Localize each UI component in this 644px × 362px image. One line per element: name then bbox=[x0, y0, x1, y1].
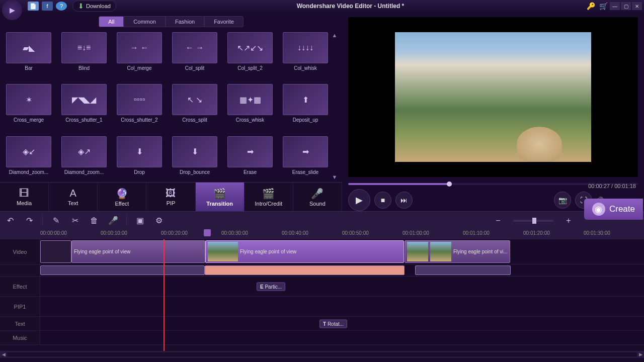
transition-thumbnail: ▫▫▫▫ bbox=[117, 84, 162, 115]
filter-tab-common[interactable]: Common bbox=[124, 16, 166, 27]
track-label-effect: Effect bbox=[0, 277, 40, 296]
edit-button[interactable]: ✎ bbox=[50, 215, 62, 227]
horizontal-scrollbar[interactable]: ◀ ▶ bbox=[0, 351, 644, 358]
transition-label: Drop bbox=[134, 169, 145, 175]
file-icon[interactable]: 📄 bbox=[28, 2, 39, 11]
playhead[interactable] bbox=[164, 239, 165, 351]
next-button[interactable]: ⏭ bbox=[395, 192, 413, 209]
transition-item[interactable]: ↖↗↙↘Col_split_2 bbox=[227, 32, 273, 76]
video-clip[interactable] bbox=[40, 240, 71, 263]
filter-tab-fashion[interactable]: Fashion bbox=[166, 16, 204, 27]
video-clip[interactable]: Flying eagle point of view bbox=[71, 240, 205, 263]
video-clip[interactable]: Flying eagle point of view bbox=[205, 240, 404, 263]
transition-item[interactable]: ▫▫▫▫Cross_shutter_2 bbox=[117, 84, 162, 128]
category-tab-text[interactable]: AText bbox=[49, 183, 98, 211]
transition-item[interactable]: → ←Col_merge bbox=[117, 32, 162, 76]
transition-item[interactable]: ← →Col_split bbox=[172, 32, 217, 76]
transition-thumbnail: ➡ bbox=[283, 136, 328, 167]
filter-tab-favorite[interactable]: Favorite bbox=[204, 16, 244, 27]
transition-thumbnail: ▦✦▦ bbox=[227, 84, 273, 115]
transition-item[interactable]: ◤◥◣◢Cross_shutter_1 bbox=[61, 84, 107, 128]
download-button[interactable]: ⬇ Download bbox=[72, 1, 116, 12]
settings-button[interactable]: ⚙ bbox=[153, 215, 165, 227]
category-tab-introcredit[interactable]: 🎬Intro/Credit bbox=[245, 183, 293, 211]
help-icon[interactable]: ? bbox=[56, 2, 67, 11]
stop-button[interactable]: ■ bbox=[374, 192, 391, 209]
audio-clip[interactable] bbox=[415, 265, 511, 275]
audio-clip[interactable] bbox=[205, 265, 405, 275]
key-icon[interactable]: 🔑 bbox=[587, 2, 595, 10]
time-mark: 00:01:30:00 bbox=[584, 230, 610, 236]
time-mark: 00:00:00:00 bbox=[40, 230, 67, 236]
category-tab-effect[interactable]: 🔮Effect bbox=[98, 183, 146, 211]
category-icon: 🔮 bbox=[116, 188, 128, 200]
category-tabs: 🎞MediaAText🔮Effect🖼PIP🎬Transition🎬Intro/… bbox=[0, 182, 342, 211]
transition-item[interactable]: ↖ ↘Cross_split bbox=[172, 84, 217, 128]
transition-thumbnail: ↓↓↓↓ bbox=[283, 32, 328, 63]
maximize-button[interactable]: ▢ bbox=[621, 2, 631, 10]
transition-item[interactable]: ⬆Deposit_up bbox=[283, 84, 328, 128]
crop-button[interactable]: ▣ bbox=[134, 215, 146, 227]
scroll-down-icon[interactable]: ▼ bbox=[332, 174, 338, 180]
transition-item[interactable]: ▰◣Bar bbox=[6, 32, 51, 76]
zoom-out-button[interactable]: − bbox=[492, 215, 504, 227]
redo-button[interactable]: ↷ bbox=[23, 215, 35, 227]
transition-label: Erase bbox=[244, 169, 257, 175]
effect-clip[interactable]: E Partic... bbox=[257, 282, 285, 291]
time-mark: 00:01:10:00 bbox=[463, 230, 490, 236]
category-tab-transition[interactable]: 🎬Transition bbox=[196, 183, 245, 211]
app-logo bbox=[2, 0, 22, 20]
transition-item[interactable]: ⬇Drop_bounce bbox=[172, 136, 217, 180]
category-icon: 🎤 bbox=[311, 188, 324, 200]
transition-label: Drop_bounce bbox=[180, 169, 210, 175]
voiceover-button[interactable]: 🎤 bbox=[107, 215, 119, 227]
transition-item[interactable]: ◈↗Diamond_zoom... bbox=[61, 136, 107, 180]
cut-button[interactable]: ✂ bbox=[69, 215, 81, 227]
play-button[interactable]: ▶ bbox=[348, 189, 370, 211]
zoom-in-button[interactable]: + bbox=[562, 215, 575, 227]
delete-button[interactable]: 🗑 bbox=[88, 215, 100, 227]
transition-label: Col_merge bbox=[127, 65, 152, 71]
transition-label: Cross_split bbox=[182, 117, 207, 123]
track-label-video: Video bbox=[0, 239, 40, 264]
minimize-button[interactable]: — bbox=[610, 2, 620, 10]
zoom-slider[interactable] bbox=[513, 220, 553, 222]
transition-item[interactable]: ◈↙Diamond_zoom... bbox=[6, 136, 51, 180]
progress-knob[interactable] bbox=[447, 182, 452, 187]
audio-clip[interactable] bbox=[40, 265, 205, 275]
scroll-left-icon[interactable]: ◀ bbox=[0, 352, 7, 357]
time-ruler[interactable]: 00:00:00:0000:00:10:0000:00:20:0000:00:3… bbox=[0, 229, 644, 239]
cart-icon[interactable]: 🛒 bbox=[599, 2, 608, 10]
snapshot-button[interactable]: 📷 bbox=[554, 192, 571, 209]
playhead-marker[interactable] bbox=[204, 229, 211, 236]
transition-item[interactable]: ⬇Drop bbox=[117, 136, 162, 180]
close-button[interactable]: ✕ bbox=[632, 2, 642, 10]
undo-button[interactable]: ↶ bbox=[4, 215, 16, 227]
create-icon: ◉ bbox=[592, 203, 605, 216]
text-clip[interactable]: T Rotat... bbox=[319, 319, 347, 328]
transition-item[interactable]: ≡↓≡Blind bbox=[61, 32, 107, 76]
video-clip[interactable]: Flying eagle point of vi... bbox=[405, 240, 510, 263]
category-tab-pip[interactable]: 🖼PIP bbox=[146, 183, 195, 211]
facebook-icon[interactable]: f bbox=[42, 2, 53, 11]
transition-item[interactable]: ➡Erase bbox=[227, 136, 273, 180]
transition-label: Cross_shutter_1 bbox=[65, 117, 102, 123]
time-display: 00:00:27 / 00:01:18 bbox=[588, 183, 636, 189]
filter-tab-all[interactable]: All bbox=[99, 16, 124, 27]
create-button[interactable]: ◉ Create bbox=[584, 199, 643, 220]
clip-thumbnail bbox=[430, 242, 451, 261]
transition-item[interactable]: ➡Erase_slide bbox=[283, 136, 328, 180]
transition-label: Diamond_zoom... bbox=[9, 169, 48, 175]
category-tab-sound[interactable]: 🎤Sound bbox=[293, 183, 342, 211]
transition-label: Cross_whisk bbox=[236, 117, 265, 123]
transition-thumbnail: ⬆ bbox=[283, 84, 328, 115]
transition-thumbnail: → ← bbox=[117, 32, 162, 63]
transition-item[interactable]: ▦✦▦Cross_whisk bbox=[227, 84, 273, 128]
scroll-right-icon[interactable]: ▶ bbox=[637, 352, 644, 357]
transition-label: Cross_shutter_2 bbox=[121, 117, 157, 123]
transition-item[interactable]: ✶Cross_merge bbox=[6, 84, 51, 128]
category-tab-media[interactable]: 🎞Media bbox=[0, 183, 49, 211]
scroll-up-icon[interactable]: ▲ bbox=[332, 32, 338, 38]
time-mark: 00:01:00:00 bbox=[403, 230, 429, 236]
transition-item[interactable]: ↓↓↓↓Col_whisk bbox=[283, 32, 328, 76]
